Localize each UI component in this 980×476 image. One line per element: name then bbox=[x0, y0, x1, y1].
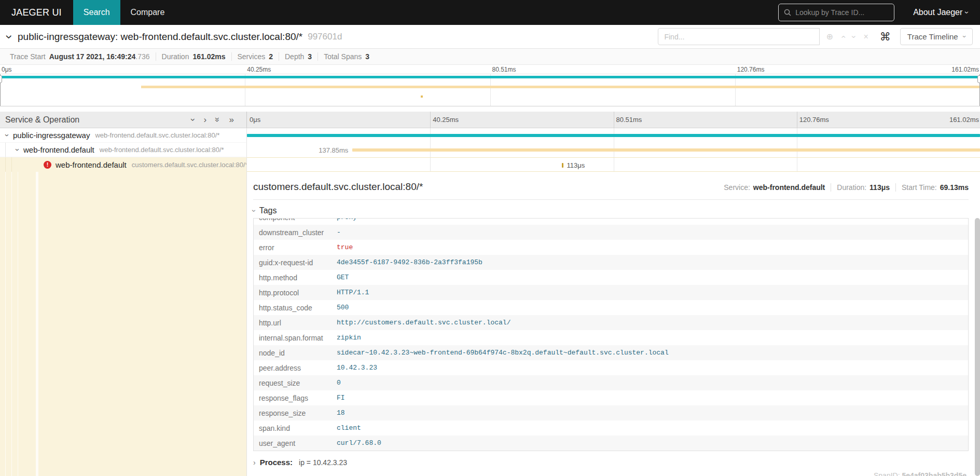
meta-start-time: Start Time:69.13ms bbox=[895, 183, 969, 192]
span-collapse-toggle[interactable]: › bbox=[4, 134, 11, 137]
span-timeline-cell[interactable] bbox=[247, 128, 980, 143]
operation-name: customers.default.svc.cluster.local:80/* bbox=[132, 161, 247, 169]
span-bar[interactable] bbox=[562, 163, 563, 168]
span-detail-meta: Service:web-frontend.default Duration:11… bbox=[718, 183, 969, 192]
gridline bbox=[614, 158, 614, 171]
chevron-down-icon: › bbox=[250, 210, 258, 212]
trace-header: › public-ingressgateway: web-frontend.de… bbox=[0, 25, 980, 49]
prev-result-icon[interactable]: › bbox=[839, 35, 847, 38]
next-result-icon[interactable]: › bbox=[850, 35, 858, 38]
tree-guide bbox=[36, 172, 38, 476]
tag-row: peer.address10.42.3.23 bbox=[254, 360, 968, 375]
tag-row: downstream_cluster- bbox=[254, 225, 968, 240]
focus-match-icon[interactable]: ⊕ bbox=[826, 33, 833, 41]
tags-section-toggle[interactable]: › Tags bbox=[253, 206, 969, 215]
tick-label: 40.25ms bbox=[433, 116, 459, 124]
meta-service: Service:web-frontend.default bbox=[718, 183, 831, 192]
span-row-selected[interactable]: ! web-frontend.default customers.default… bbox=[0, 157, 980, 172]
tag-row: span.kindclient bbox=[254, 420, 968, 436]
span-name-cell[interactable]: › web-frontend.default web-frontend.defa… bbox=[0, 143, 247, 157]
span-row[interactable]: › web-frontend.default web-frontend.defa… bbox=[0, 143, 980, 157]
trace-view-selector[interactable]: Trace Timeline › bbox=[900, 28, 973, 45]
span-row[interactable]: › public-ingressgateway web-frontend.def… bbox=[0, 128, 980, 143]
minimap-ticks: 0μs 40.25ms 80.51ms 120.76ms 161.02ms bbox=[0, 65, 980, 74]
gridline bbox=[430, 158, 431, 171]
tick-label: 80.51ms bbox=[492, 66, 516, 73]
tick-label: 0μs bbox=[2, 66, 12, 73]
gridline bbox=[735, 74, 736, 106]
summary-total-spans: Total Spans3 bbox=[318, 52, 375, 61]
tree-guide bbox=[5, 172, 6, 476]
keyboard-shortcuts-icon[interactable]: ⌘ bbox=[880, 31, 891, 43]
trace-id-lookup[interactable] bbox=[778, 4, 894, 21]
tree-guide bbox=[11, 172, 12, 476]
expand-all-icon[interactable]: » bbox=[229, 115, 234, 124]
expand-one-icon[interactable]: › bbox=[203, 115, 206, 124]
summary-trace-start: Trace StartAugust 17 2021, 16:49:24.736 bbox=[4, 52, 156, 61]
timeline-header: Service & Operation › › » » 0μs 40.25ms … bbox=[0, 112, 980, 128]
trace-view-label: Trace Timeline bbox=[907, 32, 958, 41]
about-jaeger-menu[interactable]: About Jaeger › bbox=[902, 0, 980, 25]
clear-search-icon[interactable]: × bbox=[864, 33, 868, 41]
find-input[interactable] bbox=[658, 28, 820, 45]
trace-collapse-toggle[interactable]: › bbox=[3, 35, 16, 39]
tag-row: http.methodGET bbox=[254, 270, 968, 285]
span-timeline-cell[interactable]: 113μs bbox=[247, 157, 980, 172]
span-name-cell[interactable]: › public-ingressgateway web-frontend.def… bbox=[0, 128, 247, 143]
span-collapse-toggle[interactable]: › bbox=[14, 148, 22, 151]
service-operation-header: Service & Operation › › » » bbox=[0, 112, 247, 128]
error-icon: ! bbox=[44, 161, 51, 169]
tree-guide bbox=[5, 157, 6, 172]
span-detail-operation: customers.default.svc.cluster.local:80/* bbox=[253, 181, 423, 193]
span-detail-row: customers.default.svc.cluster.local:80/*… bbox=[0, 172, 980, 476]
tickline bbox=[430, 112, 431, 128]
service-operation-label: Service & Operation bbox=[5, 115, 79, 125]
vertical-scrollbar[interactable] bbox=[975, 218, 980, 476]
process-label: Process: bbox=[260, 458, 293, 467]
tree-guide bbox=[18, 172, 18, 476]
tick-label: 120.76ms bbox=[799, 116, 829, 124]
app-logo[interactable]: JAEGER UI bbox=[0, 0, 73, 25]
span-id: SpanID: 5e4af03bab5b3d5e bbox=[874, 471, 967, 476]
tags-table: componentproxy downstream_cluster- error… bbox=[254, 218, 968, 451]
minimap-scrubber-left[interactable] bbox=[0, 74, 1, 106]
tag-row: errortrue bbox=[254, 240, 968, 255]
minimap-span-bar bbox=[421, 96, 423, 98]
span-id-label: SpanID: bbox=[874, 471, 900, 476]
gridline bbox=[245, 74, 245, 106]
gridline bbox=[797, 158, 797, 171]
jaeger-trace-page: JAEGER UI Search Compare About Jaeger › … bbox=[0, 0, 980, 476]
minimap-canvas[interactable] bbox=[0, 74, 980, 106]
tick-label: 120.76ms bbox=[737, 66, 765, 73]
scrubber-grip[interactable] bbox=[0, 75, 2, 83]
trace-summary-bar: Trace StartAugust 17 2021, 16:49:24.736 … bbox=[0, 49, 980, 65]
tick-label: 0μs bbox=[250, 116, 260, 124]
span-duration-label: 137.85ms bbox=[319, 146, 348, 154]
process-section-toggle[interactable]: › Process: ip = 10.42.3.23 bbox=[253, 458, 969, 467]
span-timeline-cell[interactable]: 137.85ms bbox=[247, 143, 980, 157]
meta-duration: Duration:113μs bbox=[831, 183, 895, 192]
timeline-minimap[interactable]: 0μs 40.25ms 80.51ms 120.76ms 161.02ms bbox=[0, 65, 980, 106]
about-jaeger-label: About Jaeger bbox=[913, 8, 962, 17]
tags-table-container: componentproxy downstream_cluster- error… bbox=[253, 218, 969, 451]
span-detail-gutter bbox=[0, 172, 247, 476]
tree-guide bbox=[5, 143, 6, 157]
span-bar[interactable] bbox=[247, 134, 980, 137]
service-name: public-ingressgateway bbox=[13, 131, 90, 140]
tag-row: http.urlhttp://customers.default.svc.clu… bbox=[254, 315, 968, 330]
collapse-all-icon[interactable]: » bbox=[213, 117, 222, 122]
tick-label: 80.51ms bbox=[616, 116, 642, 124]
tab-compare[interactable]: Compare bbox=[120, 0, 175, 25]
span-bar[interactable] bbox=[352, 148, 980, 152]
span-name-cell[interactable]: ! web-frontend.default customers.default… bbox=[0, 157, 247, 172]
tags-section-label: Tags bbox=[259, 206, 277, 215]
span-id-value: 5e4af03bab5b3d5e bbox=[902, 471, 967, 476]
tag-row: guid:x-request-id4de3455f-6187-9492-836b… bbox=[254, 255, 968, 270]
scrubber-grip[interactable] bbox=[977, 75, 980, 83]
tick-label: 161.02ms bbox=[951, 66, 979, 73]
trace-id-lookup-input[interactable] bbox=[795, 8, 889, 17]
nav-spacer bbox=[175, 0, 778, 25]
tab-search[interactable]: Search bbox=[73, 0, 120, 25]
span-duration-label: 113μs bbox=[567, 161, 585, 169]
collapse-one-icon[interactable]: › bbox=[189, 118, 198, 121]
